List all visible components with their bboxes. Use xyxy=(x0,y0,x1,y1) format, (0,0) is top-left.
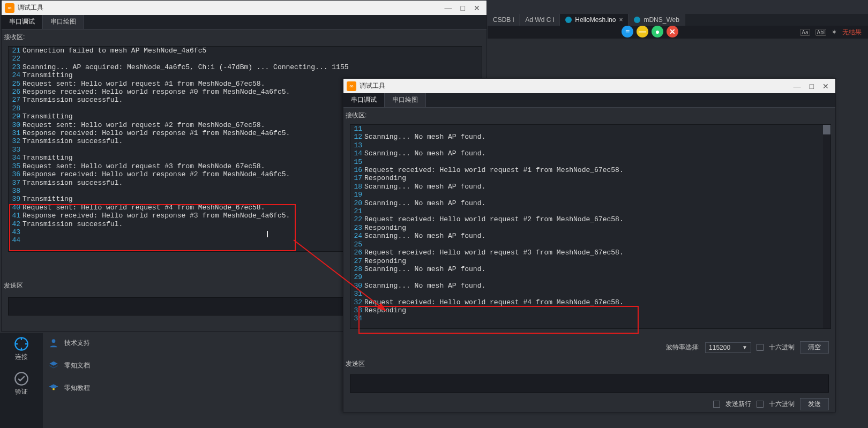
scrollbar-thumb[interactable] xyxy=(823,125,830,134)
terminal-row: 14Scanning... No mesh AP found. xyxy=(350,149,830,157)
maximize-icon[interactable]: □ xyxy=(458,4,468,12)
titlebar[interactable]: ∞ 调试工具 — □ ✕ xyxy=(343,79,835,93)
editor-tab-active[interactable]: HelloMesh.ino× xyxy=(560,14,628,26)
line-number: 16 xyxy=(350,166,364,174)
hex-label: 十六进制 xyxy=(769,343,795,352)
terminal-row: 34 xyxy=(350,314,830,322)
minimize-icon[interactable]: — xyxy=(790,82,804,91)
window-title: 调试工具 xyxy=(360,81,385,91)
editor-tab[interactable]: CSDB i xyxy=(488,14,520,26)
newline-checkbox[interactable] xyxy=(713,401,720,408)
scrollbar-track[interactable] xyxy=(823,125,830,328)
editor-tab[interactable]: Ad Wd C i xyxy=(520,14,560,26)
line-text xyxy=(364,158,830,166)
sidebar-item-connect[interactable]: 连接 xyxy=(14,336,29,362)
line-number: 37 xyxy=(9,179,23,187)
line-number: 14 xyxy=(350,149,364,157)
close-icon[interactable]: ✕ xyxy=(819,82,832,91)
terminal-row: 32Request received: Hello world request … xyxy=(350,298,830,306)
minimize-circle-icon[interactable]: — xyxy=(637,26,648,37)
line-text: Connection failed to mesh AP MeshNode_4a… xyxy=(23,47,482,55)
line-number: 42 xyxy=(9,220,23,228)
tab-serial-debug[interactable]: 串口调试 xyxy=(2,15,43,29)
close-icon[interactable]: ✕ xyxy=(470,4,483,12)
sidebar-item-verify[interactable]: 验证 xyxy=(14,371,29,396)
line-text: Scanning... No mesh AP found. xyxy=(364,199,830,207)
editor-tab-strip: CSDB i Ad Wd C i HelloMesh.ino× mDNS_Web xyxy=(488,14,868,26)
menu-circle-icon[interactable]: ≡ xyxy=(622,26,633,37)
send-label: 发送区 xyxy=(4,281,23,290)
minimize-icon[interactable]: — xyxy=(442,4,455,12)
whole-word-toggle[interactable]: Abl xyxy=(815,29,826,36)
line-number: 41 xyxy=(9,212,23,220)
tab-label: Ad Wd C i xyxy=(525,16,554,24)
terminal-row: 23Scanning... AP acquired: MeshNode_4a6f… xyxy=(9,63,482,71)
baud-select[interactable]: 115200▼ xyxy=(705,342,751,353)
find-no-results: 无结果 xyxy=(842,28,862,37)
line-text xyxy=(364,125,830,133)
line-text xyxy=(364,241,830,249)
ino-icon xyxy=(565,17,572,23)
terminal-row: 23Responding xyxy=(350,224,830,232)
baud-row: 波特率选择: 115200▼ 十六进制 清空 xyxy=(666,341,829,354)
chevron-down-icon: ▼ xyxy=(742,344,747,350)
sidebar-label: 验证 xyxy=(15,387,28,396)
app-icon: ∞ xyxy=(5,3,14,13)
line-number: 17 xyxy=(350,174,364,182)
tab-label: CSDB i xyxy=(493,16,514,24)
sidebar-label: 连接 xyxy=(15,352,28,362)
receive-terminal[interactable]: 1112Scanning... No mesh AP found.1314Sca… xyxy=(350,124,831,329)
hex-checkbox[interactable] xyxy=(757,344,764,351)
side-link-docs[interactable]: 零知文档 xyxy=(48,360,90,371)
line-number: 13 xyxy=(350,141,364,149)
line-number: 33 xyxy=(9,146,23,154)
side-link-tutorial[interactable]: 零知教程 xyxy=(48,382,90,393)
tab-serial-plot[interactable]: 串口绘图 xyxy=(385,93,426,107)
window-title: 调试工具 xyxy=(18,3,43,12)
terminal-row: 16Request received: Hello world request … xyxy=(350,166,830,174)
tab-serial-debug[interactable]: 串口调试 xyxy=(343,93,385,107)
clear-button[interactable]: 清空 xyxy=(800,341,829,354)
terminal-row: 13 xyxy=(350,141,830,149)
baud-value: 115200 xyxy=(709,344,730,351)
terminal-row: 11 xyxy=(350,125,830,133)
terminal-row: 18Scanning... No mesh AP found. xyxy=(350,183,830,191)
side-link-support[interactable]: 技术支持 xyxy=(48,337,90,348)
line-number: 19 xyxy=(350,191,364,199)
line-text: Scanning... No mesh AP found. xyxy=(364,232,830,240)
line-number: 15 xyxy=(350,158,364,166)
line-text: Scanning... No mesh AP found. xyxy=(364,133,830,141)
terminal-row: 19 xyxy=(350,191,830,199)
tab-serial-plot[interactable]: 串口绘图 xyxy=(43,15,84,29)
debug-tool-window-2: ∞ 调试工具 — □ ✕ 串口调试 串口绘图 接收区: 1112Scanning… xyxy=(343,78,836,412)
terminal-row: 21Connection failed to mesh AP MeshNode_… xyxy=(9,47,482,55)
hex-send-checkbox[interactable] xyxy=(757,401,764,408)
close-icon[interactable]: × xyxy=(619,16,623,24)
terminal-row: 15 xyxy=(350,158,830,166)
maximize-icon[interactable]: □ xyxy=(806,82,817,91)
verify-icon xyxy=(14,371,29,386)
send-input[interactable] xyxy=(350,374,829,393)
ino-icon xyxy=(634,17,640,23)
editor-tab[interactable]: mDNS_Web xyxy=(628,14,685,26)
match-case-toggle[interactable]: Aa xyxy=(800,29,810,36)
line-text xyxy=(364,207,830,215)
send-button[interactable]: 发送 xyxy=(800,398,829,410)
close-circle-icon[interactable]: ✕ xyxy=(667,26,678,37)
line-number: 22 xyxy=(350,215,364,223)
line-number: 18 xyxy=(350,183,364,191)
circle-buttons: ≡ — ● ✕ xyxy=(622,26,678,37)
line-number: 27 xyxy=(9,96,23,104)
line-text xyxy=(364,191,830,199)
line-text: Responding xyxy=(364,174,830,182)
tab-label: mDNS_Web xyxy=(643,16,679,24)
tab-bar: 串口调试 串口绘图 xyxy=(2,15,487,29)
line-number: 30 xyxy=(9,121,23,129)
titlebar[interactable]: ∞ 调试工具 — □ ✕ xyxy=(2,1,487,15)
line-number: 32 xyxy=(350,298,364,306)
maximize-circle-icon[interactable]: ● xyxy=(652,26,663,37)
regex-toggle[interactable]: ✶ xyxy=(832,28,837,36)
line-text: Request received: Hello world request #2… xyxy=(364,215,830,223)
line-number: 35 xyxy=(9,162,23,170)
terminal-row: 24Scanning... No mesh AP found. xyxy=(350,232,830,240)
